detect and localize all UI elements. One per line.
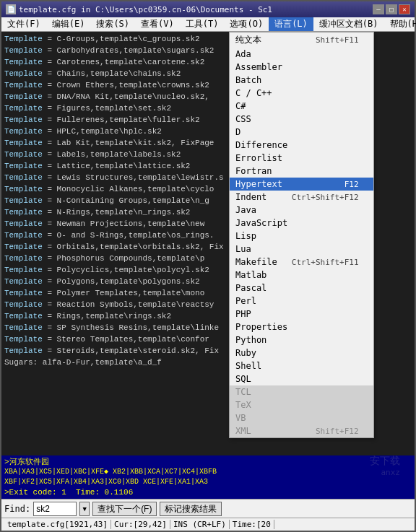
menu-help[interactable]: 帮助(H) [384,17,417,31]
title-bar: 📄 template.cfg in C:\Users\pc0359.cn-06\… [1,1,415,17]
lang-cpp[interactable]: C / C++ [230,87,373,100]
menu-options[interactable]: 选项(O) [224,17,269,31]
find-label: Find: [4,504,30,514]
lang-d[interactable]: D [230,126,373,139]
lang-assembler[interactable]: Assembler [230,61,373,74]
lang-hypertext[interactable]: Hypertext F12 [230,178,373,191]
lang-vb[interactable]: VB [230,411,373,424]
find-bar: Find: ▼ 查找下一个(F) 标记搜索结果 [1,499,415,518]
lang-csharp[interactable]: C# [230,100,373,113]
output-panel: >河东软件园 XBA|XA3|XC5|XED|XBC|XFE◆ XB2|XBB|… [1,455,415,499]
menu-language[interactable]: 语言(L) [269,17,313,31]
lang-java[interactable]: Java [230,204,373,217]
window-controls: — □ ✕ [373,4,410,14]
lang-matlab[interactable]: Matlab [230,269,373,282]
menu-buffer[interactable]: 缓冲区文档(B) [313,17,384,31]
lang-plaintext[interactable]: 纯文本 Shift+F11 [230,32,373,48]
lang-python[interactable]: Python [230,333,373,346]
find-input[interactable] [33,502,77,516]
window-title: template.cfg in C:\Users\pc0359.cn-06\Do… [19,5,272,14]
lang-tex[interactable]: TeX [230,398,373,411]
lang-javascript[interactable]: JavaScript [230,217,373,230]
lang-php[interactable]: PHP [230,308,373,320]
status-cursor: Cur:[29,42] [111,520,170,529]
lang-properties[interactable]: Properties [230,320,373,333]
output-line: >河东软件园 [4,457,412,467]
lang-tcl[interactable]: TCL [230,385,373,398]
status-bar: template.cfg[1921,43] Cur:[29,42] INS (C… [1,518,415,531]
language-dropdown: 纯文本 Shift+F11 Ada Assembler Batch C / C+… [229,32,374,438]
lang-css[interactable]: CSS [230,113,373,126]
lang-lua[interactable]: Lua [230,243,373,256]
menu-view[interactable]: 查看(V) [135,17,180,31]
close-button[interactable]: ✕ [399,4,410,14]
lang-perl[interactable]: Perl [230,295,373,308]
output-line: >Exit code: 1 Time: 0.1106 [4,487,412,497]
menu-search[interactable]: 搜索(S) [90,17,135,31]
lang-lisp[interactable]: Lisp [230,230,373,243]
lang-fortran[interactable]: Fortran [230,165,373,178]
lang-indent[interactable]: Indent Ctrl+Shift+F12 [230,191,373,204]
lang-xml[interactable]: XML Shift+F12 [230,424,373,437]
lang-sql[interactable]: SQL [230,372,373,385]
output-line: XBF|XF2|XC5|XFA|XB4|XA3|XC0|XBD XCE|XFE|… [4,477,412,487]
menu-file[interactable]: 文件(F) [1,17,46,31]
lang-ruby[interactable]: Ruby [230,346,373,359]
lang-batch[interactable]: Batch [230,74,373,87]
status-time: Time:[20 [230,520,274,529]
status-mode: INS (CR+LF) [170,520,230,529]
lang-pascal[interactable]: Pascal [230,282,373,295]
main-content: Template = C-Groups,template\c_groups.sk… [1,32,415,499]
find-dropdown-button[interactable]: ▼ [79,502,90,516]
lang-shell[interactable]: Shell [230,359,373,372]
menu-tools[interactable]: 工具(T) [180,17,225,31]
lang-difference[interactable]: Difference [230,139,373,152]
minimize-button[interactable]: — [373,4,384,14]
maximize-button[interactable]: □ [386,4,397,14]
find-next-button[interactable]: 查找下一个(F) [92,502,157,516]
menu-bar: 文件(F) 编辑(E) 搜索(S) 查看(V) 工具(T) 选项(O) 语言(L… [1,17,415,32]
lang-ada[interactable]: Ada [230,48,373,61]
output-line: XBA|XA3|XC5|XED|XBC|XFE◆ XB2|XBB|XCA|XC7… [4,467,412,477]
status-file-info: template.cfg[1921,43] [4,520,111,529]
lang-errorlist[interactable]: Errorlist [230,152,373,165]
menu-edit[interactable]: 编辑(E) [46,17,91,31]
find-mark-button[interactable]: 标记搜索结果 [160,502,222,516]
app-icon: 📄 [6,4,16,14]
lang-makefile[interactable]: Makefile Ctrl+Shift+F11 [230,256,373,269]
